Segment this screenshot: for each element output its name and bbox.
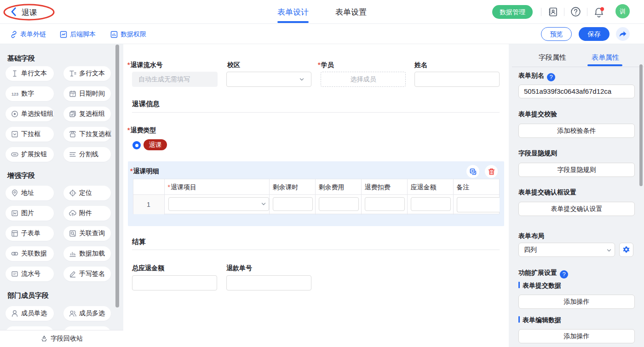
svg-text:7: 7 [72,93,74,97]
svg-text:123: 123 [12,92,18,97]
